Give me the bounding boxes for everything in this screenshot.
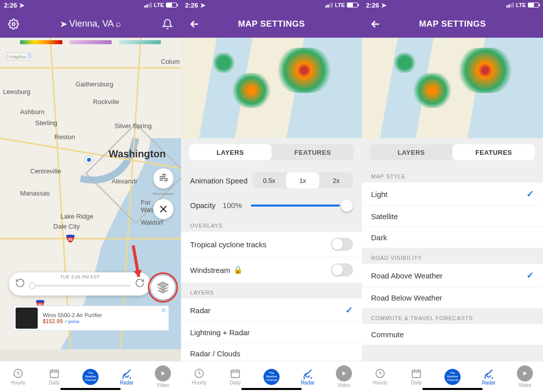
clock-icon: [13, 368, 24, 379]
ad-product-image: [16, 308, 38, 329]
layer-lightning[interactable]: Lightning + Radar: [181, 322, 362, 343]
style-light[interactable]: Light✓: [362, 182, 543, 206]
tab-layers[interactable]: LAYERS: [370, 144, 452, 160]
speed-1x[interactable]: 1x: [286, 172, 320, 188]
windstream-fab[interactable]: [153, 168, 173, 188]
speed-segment: 0.5x 1x 2x: [252, 172, 353, 188]
commute-row[interactable]: Commute: [362, 324, 543, 345]
nav-daily[interactable]: Daily: [36, 361, 72, 392]
nav-radar[interactable]: Radar: [471, 361, 507, 392]
nav-home[interactable]: The Weather Channel: [72, 361, 109, 392]
layer-clouds[interactable]: Radar / Clouds: [181, 343, 362, 361]
battery-icon: [347, 3, 358, 8]
overlay-tropical[interactable]: Tropical cyclone tracks: [181, 232, 362, 257]
close-fab[interactable]: [153, 199, 173, 219]
opacity-slider[interactable]: [251, 205, 353, 207]
layers-fab[interactable]: [151, 275, 175, 300]
calendar-icon: [411, 368, 422, 379]
nav-video[interactable]: Video: [145, 361, 181, 392]
pane-main-map: 2:26 ➤ LTE ➤ Vienna, VA ⌕: [0, 0, 181, 392]
timeline-forward-icon[interactable]: [135, 278, 145, 290]
layer-radar[interactable]: Radar ✓: [181, 299, 362, 322]
interstate-95-icon: 95: [65, 234, 75, 244]
speed-2x[interactable]: 2x: [319, 172, 353, 188]
slider-thumb[interactable]: [341, 200, 353, 212]
city-washington: Washington: [109, 148, 166, 160]
city-reston: Reston: [54, 133, 75, 141]
style-dark[interactable]: Dark: [362, 227, 543, 248]
back-arrow-icon[interactable]: [369, 18, 382, 31]
bottom-nav: Hourly Daily The Weather Channel Radar V…: [181, 361, 362, 392]
tab-features[interactable]: FEATURES: [452, 144, 535, 160]
timeline-track[interactable]: [29, 285, 131, 286]
battery-icon: [166, 3, 177, 8]
adchoices-icon[interactable]: ▷: [162, 307, 166, 313]
tab-layers[interactable]: LAYERS: [189, 144, 272, 160]
city-leesburg: Leesburg: [3, 88, 30, 95]
map-canvas[interactable]: © mapbox ⓘ Colum Gaithersburg Rockville …: [0, 38, 181, 361]
status-bar: 2:26 ➤ LTE: [181, 0, 362, 10]
twc-logo-icon: The Weather Channel: [82, 369, 99, 385]
nav-hourly[interactable]: Hourly: [0, 361, 36, 392]
nav-daily[interactable]: Daily: [398, 361, 434, 392]
animation-speed-row: Animation Speed 0.5x 1x 2x: [181, 166, 362, 194]
home-indicator[interactable]: [422, 388, 483, 390]
lock-icon: 🔒: [233, 265, 243, 274]
twc-logo-icon: The Weather Channel: [263, 369, 280, 385]
city-gaithersburg: Gaithersburg: [75, 80, 113, 88]
app-header: ➤ Vienna, VA ⌕: [0, 10, 181, 38]
ad-banner[interactable]: Winix 5500-2 Air Purifier $152.99 ✓prime…: [13, 306, 169, 331]
radar-icon: [121, 368, 132, 379]
back-arrow-icon[interactable]: [188, 18, 201, 31]
home-indicator[interactable]: [60, 388, 121, 390]
search-icon: ⌕: [116, 19, 121, 29]
city-rockville: Rockville: [93, 98, 119, 106]
notifications-bell-icon[interactable]: [161, 18, 174, 31]
settings-gear-icon[interactable]: [7, 18, 20, 31]
road-above[interactable]: Road Above Weather✓: [362, 264, 543, 287]
calendar-icon: [230, 368, 241, 379]
legend-snow: [119, 40, 161, 44]
nav-daily[interactable]: Daily: [217, 361, 253, 392]
nav-hourly[interactable]: Hourly: [362, 361, 398, 392]
city-dale-city: Dale City: [53, 223, 80, 230]
speed-05x[interactable]: 0.5x: [252, 172, 286, 188]
city-sterling: Sterling: [35, 119, 57, 127]
nav-radar[interactable]: Radar: [290, 361, 326, 392]
timeline-label: TUE 2:26 PM EST: [9, 274, 151, 279]
overlay-windstream[interactable]: Windstream 🔒: [181, 257, 362, 282]
status-time: 2:26 ➤: [4, 2, 25, 9]
legend-mix: [69, 40, 112, 44]
commute-header: COMMUTE & TRAVEL FORECASTS: [362, 308, 543, 324]
pane-settings-features: 2:26 ➤ LTE MAP SETTINGS LAYERS FEATURES …: [362, 0, 543, 392]
toggle-windstream[interactable]: [331, 263, 353, 276]
nav-hourly[interactable]: Hourly: [181, 361, 217, 392]
layers-header: LAYERS: [181, 282, 362, 299]
style-satellite[interactable]: Satellite: [362, 206, 543, 227]
city-manassas: Manassas: [20, 189, 50, 197]
nav-home[interactable]: The Weather Channel: [253, 361, 290, 392]
timeline-thumb[interactable]: [29, 282, 36, 289]
page-title: MAP SETTINGS: [419, 19, 486, 29]
tab-features[interactable]: FEATURES: [272, 144, 354, 160]
calendar-icon: [49, 368, 60, 379]
nav-video[interactable]: Video: [326, 361, 362, 392]
road-below[interactable]: Road Below Weather: [362, 287, 543, 308]
timeline-scrubber[interactable]: TUE 2:26 PM EST: [9, 272, 151, 296]
location-selector[interactable]: ➤ Vienna, VA ⌕: [60, 19, 121, 30]
nav-radar[interactable]: Radar: [109, 361, 145, 392]
timeline-rewind-icon[interactable]: [15, 278, 25, 290]
opacity-row: Opacity 100%: [181, 194, 362, 216]
settings-body: LAYERS FEATURES MAP STYLE Light✓ Satelli…: [362, 138, 543, 361]
nav-home[interactable]: The Weather Channel: [434, 361, 471, 392]
radar-icon: [483, 368, 494, 379]
home-indicator[interactable]: [241, 388, 302, 390]
svg-rect-8: [50, 370, 59, 378]
play-icon: [155, 365, 171, 381]
map-legend: [20, 40, 161, 44]
nav-video[interactable]: Video: [507, 361, 543, 392]
svg-point-0: [12, 23, 15, 26]
settings-body: LAYERS FEATURES Animation Speed 0.5x 1x …: [181, 138, 362, 361]
toggle-tropical[interactable]: [331, 238, 353, 251]
settings-header: MAP SETTINGS: [181, 10, 362, 38]
